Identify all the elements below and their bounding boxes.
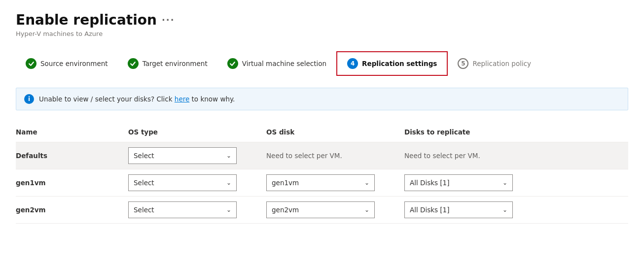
- check-icon-target: [128, 58, 139, 69]
- disk-table: Name OS type OS disk Disks to replicate …: [16, 122, 628, 224]
- chevron-down-icon: ⌄: [502, 206, 507, 213]
- gen1vm-os-disk-select[interactable]: gen1vm ⌄: [266, 174, 375, 191]
- step-replication-settings[interactable]: 4 Replication settings: [336, 51, 448, 76]
- gen1vm-disks-select[interactable]: All Disks [1] ⌄: [404, 174, 513, 191]
- gen1vm-os-disk-value: gen1vm: [272, 179, 299, 187]
- defaults-os-disk: Need to select per VM.: [262, 150, 400, 162]
- page-title: Enable replication: [16, 12, 157, 28]
- defaults-os-type-select[interactable]: Select ⌄: [128, 147, 237, 164]
- gen2vm-disks-value: All Disks [1]: [410, 206, 449, 214]
- gen2vm-os-disk-cell: gen2vm ⌄: [262, 199, 400, 220]
- check-icon-vm: [227, 58, 238, 69]
- gen2vm-name: gen2vm: [16, 204, 124, 216]
- gen1vm-disks-value: All Disks [1]: [410, 179, 449, 187]
- step-replication-policy[interactable]: 5 Replication policy: [448, 52, 541, 75]
- page-title-area: Enable replication ··· Hyper-V machines …: [16, 12, 628, 37]
- gen2vm-disks-select[interactable]: All Disks [1] ⌄: [404, 201, 513, 218]
- gen2vm-os-disk-value: gen2vm: [272, 206, 299, 214]
- step-vm-selection[interactable]: Virtual machine selection: [217, 52, 336, 75]
- chevron-down-icon: ⌄: [502, 179, 507, 186]
- info-icon: i: [24, 94, 34, 104]
- info-text-before: Unable to view / select your disks? Clic…: [39, 95, 175, 103]
- check-icon-source: [26, 58, 36, 69]
- chevron-down-icon: ⌄: [364, 206, 369, 213]
- col-header-os-disk: OS disk: [262, 126, 400, 138]
- step-target-environment[interactable]: Target environment: [118, 52, 217, 75]
- defaults-os-type-value: Select: [134, 152, 154, 160]
- info-link[interactable]: here: [175, 95, 189, 103]
- step-label-vm: Virtual machine selection: [242, 60, 326, 67]
- step-number-replication-settings: 4: [347, 58, 358, 69]
- step-source-environment[interactable]: Source environment: [16, 52, 118, 75]
- col-header-disks: Disks to replicate: [400, 126, 538, 138]
- step-label-target: Target environment: [143, 60, 208, 67]
- gen2vm-os-disk-select[interactable]: gen2vm ⌄: [266, 201, 375, 218]
- gen2vm-disks-cell: All Disks [1] ⌄: [400, 199, 538, 220]
- table-row-gen1vm: gen1vm Select ⌄ gen1vm ⌄ All Disks [1] ⌄: [16, 169, 628, 197]
- step-number-replication-policy: 5: [458, 58, 468, 69]
- defaults-disks-replicate: Need to select per VM.: [400, 150, 538, 162]
- chevron-down-icon: ⌄: [364, 179, 369, 186]
- chevron-down-icon: ⌄: [226, 206, 231, 213]
- col-header-os-type: OS type: [124, 126, 262, 138]
- more-options-icon[interactable]: ···: [162, 15, 175, 25]
- step-label-replication-policy: Replication policy: [472, 60, 531, 67]
- wizard-steps: Source environment Target environment Vi…: [16, 51, 628, 76]
- table-row-defaults: Defaults Select ⌄ Need to select per VM.…: [16, 142, 628, 169]
- defaults-name: Defaults: [16, 150, 124, 162]
- step-label-source: Source environment: [40, 60, 108, 67]
- table-row-gen2vm: gen2vm Select ⌄ gen2vm ⌄ All Disks [1] ⌄: [16, 197, 628, 224]
- table-header-row: Name OS type OS disk Disks to replicate: [16, 122, 628, 142]
- gen1vm-disks-cell: All Disks [1] ⌄: [400, 172, 538, 193]
- defaults-os-type-cell: Select ⌄: [124, 145, 262, 166]
- gen2vm-os-type-select[interactable]: Select ⌄: [128, 201, 237, 218]
- info-text: Unable to view / select your disks? Clic…: [39, 95, 235, 103]
- info-banner: i Unable to view / select your disks? Cl…: [16, 88, 628, 110]
- chevron-down-icon: ⌄: [226, 152, 231, 159]
- col-header-name: Name: [16, 126, 124, 138]
- info-text-after: to know why.: [189, 95, 235, 103]
- chevron-down-icon: ⌄: [226, 179, 231, 186]
- gen1vm-os-type-value: Select: [134, 179, 154, 187]
- gen1vm-os-type-cell: Select ⌄: [124, 172, 262, 193]
- gen2vm-os-type-cell: Select ⌄: [124, 199, 262, 220]
- gen1vm-name: gen1vm: [16, 177, 124, 189]
- gen1vm-os-disk-cell: gen1vm ⌄: [262, 172, 400, 193]
- page-subtitle: Hyper-V machines to Azure: [16, 30, 628, 37]
- step-label-replication-settings: Replication settings: [362, 60, 437, 67]
- gen2vm-os-type-value: Select: [134, 206, 154, 214]
- gen1vm-os-type-select[interactable]: Select ⌄: [128, 174, 237, 191]
